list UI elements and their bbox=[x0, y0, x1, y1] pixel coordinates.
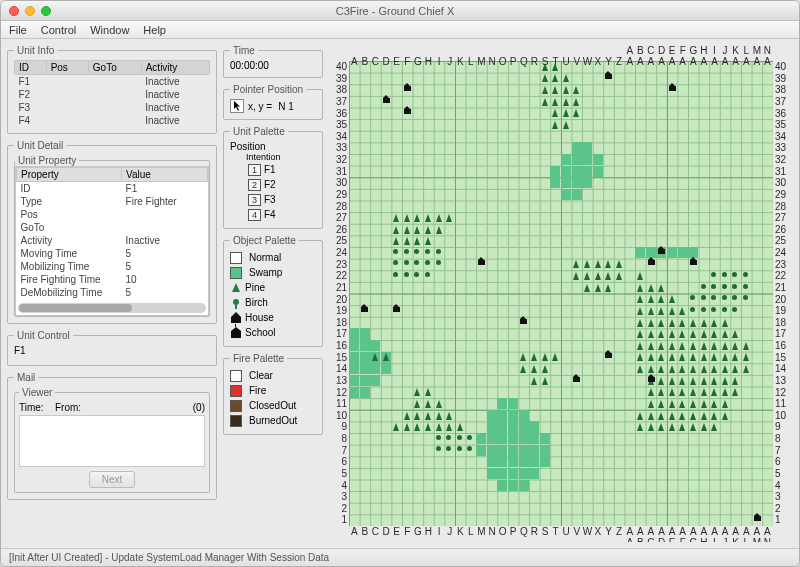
map-pine[interactable] bbox=[743, 342, 749, 350]
map-pine[interactable] bbox=[637, 295, 643, 303]
table-row[interactable]: IDF1 bbox=[17, 182, 208, 196]
map-pine[interactable] bbox=[658, 319, 664, 327]
map-pine[interactable] bbox=[648, 423, 654, 431]
horizontal-scrollbar[interactable] bbox=[18, 303, 206, 313]
map-pine[interactable] bbox=[425, 226, 431, 234]
map-pine[interactable] bbox=[616, 272, 622, 280]
map-pine[interactable] bbox=[722, 388, 728, 396]
map-birchc[interactable] bbox=[722, 295, 727, 300]
map-pine[interactable] bbox=[552, 353, 558, 361]
map-pine[interactable] bbox=[701, 423, 707, 431]
map-birchc[interactable] bbox=[436, 446, 441, 451]
map-pine[interactable] bbox=[605, 272, 611, 280]
map-housec[interactable] bbox=[383, 98, 390, 103]
map-pine[interactable] bbox=[701, 342, 707, 350]
map-pine[interactable] bbox=[648, 353, 654, 361]
col-activity[interactable]: Activity bbox=[141, 61, 209, 75]
map-pine[interactable] bbox=[711, 319, 717, 327]
table-row[interactable]: ActivityInactive bbox=[17, 234, 208, 247]
map-pine[interactable] bbox=[679, 365, 685, 373]
map-swamp[interactable] bbox=[561, 166, 571, 177]
object-palette-item-normal[interactable]: Normal bbox=[230, 250, 316, 265]
map-pine[interactable] bbox=[404, 226, 410, 234]
map-swamp[interactable] bbox=[635, 247, 645, 258]
map-pine[interactable] bbox=[542, 86, 548, 94]
map-swamp[interactable] bbox=[593, 154, 603, 165]
map-pine[interactable] bbox=[446, 412, 452, 420]
map-pine[interactable] bbox=[669, 295, 675, 303]
map-swamp[interactable] bbox=[561, 189, 571, 200]
object-palette-item-school[interactable]: School bbox=[230, 325, 316, 340]
map-pine[interactable] bbox=[732, 353, 738, 361]
map-swamp[interactable] bbox=[582, 166, 592, 177]
table-row[interactable]: Moving Time5 bbox=[17, 247, 208, 260]
map-birchc[interactable] bbox=[393, 272, 398, 277]
map-swamp[interactable] bbox=[572, 166, 582, 177]
map-pine[interactable] bbox=[393, 226, 399, 234]
map-housec[interactable] bbox=[404, 86, 411, 91]
map-birchc[interactable] bbox=[446, 446, 451, 451]
map-housec[interactable] bbox=[754, 516, 761, 521]
table-row[interactable]: Mobilizing Time5 bbox=[17, 260, 208, 273]
map-pine[interactable] bbox=[595, 272, 601, 280]
map-pine[interactable] bbox=[679, 412, 685, 420]
map-birchc[interactable] bbox=[711, 307, 716, 312]
map-birchc[interactable] bbox=[414, 260, 419, 265]
map-pine[interactable] bbox=[425, 214, 431, 222]
map-pine[interactable] bbox=[701, 388, 707, 396]
fire-palette-item-burnedout[interactable]: BurnedOut bbox=[230, 413, 316, 428]
map-swamp[interactable] bbox=[497, 398, 507, 409]
map-swamp[interactable] bbox=[360, 375, 370, 386]
map-housec[interactable] bbox=[690, 260, 697, 265]
map-swamp[interactable] bbox=[529, 421, 539, 432]
map-swamp[interactable] bbox=[497, 410, 507, 421]
object-palette-item-pine[interactable]: Pine bbox=[230, 280, 316, 295]
map-swamp[interactable] bbox=[508, 456, 518, 467]
map-pine[interactable] bbox=[690, 365, 696, 373]
map-pine[interactable] bbox=[520, 365, 526, 373]
map-swamp[interactable] bbox=[349, 340, 359, 351]
map-pine[interactable] bbox=[436, 214, 442, 222]
map-pine[interactable] bbox=[383, 353, 389, 361]
fire-palette-item-clear[interactable]: Clear bbox=[230, 368, 316, 383]
map-pine[interactable] bbox=[658, 400, 664, 408]
map-swamp[interactable] bbox=[593, 166, 603, 177]
map-pine[interactable] bbox=[690, 342, 696, 350]
map-birchc[interactable] bbox=[732, 272, 737, 277]
map-pine[interactable] bbox=[425, 423, 431, 431]
object-palette-item-house[interactable]: House bbox=[230, 310, 316, 325]
map-pine[interactable] bbox=[393, 237, 399, 245]
map-pine[interactable] bbox=[732, 377, 738, 385]
map-pine[interactable] bbox=[711, 342, 717, 350]
map-swamp[interactable] bbox=[572, 142, 582, 153]
map-pine[interactable] bbox=[669, 307, 675, 315]
map-pine[interactable] bbox=[404, 237, 410, 245]
map-pine[interactable] bbox=[446, 423, 452, 431]
unit-palette-item[interactable]: 4F4 bbox=[248, 207, 316, 222]
map-pine[interactable] bbox=[722, 412, 728, 420]
map-pine[interactable] bbox=[542, 365, 548, 373]
map-pine[interactable] bbox=[414, 214, 420, 222]
map-swamp[interactable] bbox=[487, 468, 497, 479]
map-pine[interactable] bbox=[690, 412, 696, 420]
map-pine[interactable] bbox=[690, 423, 696, 431]
map-pine[interactable] bbox=[679, 342, 685, 350]
map-pine[interactable] bbox=[414, 388, 420, 396]
map-pine[interactable] bbox=[722, 319, 728, 327]
map-pine[interactable] bbox=[690, 400, 696, 408]
map-birchc[interactable] bbox=[404, 260, 409, 265]
map-swamp[interactable] bbox=[508, 445, 518, 456]
map-pine[interactable] bbox=[648, 400, 654, 408]
map-pine[interactable] bbox=[679, 330, 685, 338]
col-pos[interactable]: Pos bbox=[46, 61, 88, 75]
map-pine[interactable] bbox=[722, 353, 728, 361]
map-pine[interactable] bbox=[701, 319, 707, 327]
map-pine[interactable] bbox=[679, 319, 685, 327]
map-swamp[interactable] bbox=[572, 189, 582, 200]
map-swamp[interactable] bbox=[497, 480, 507, 491]
map-pine[interactable] bbox=[679, 353, 685, 361]
map-swamp[interactable] bbox=[667, 247, 677, 258]
map-pine[interactable] bbox=[563, 74, 569, 82]
map-swamp[interactable] bbox=[561, 154, 571, 165]
map-birchc[interactable] bbox=[393, 249, 398, 254]
